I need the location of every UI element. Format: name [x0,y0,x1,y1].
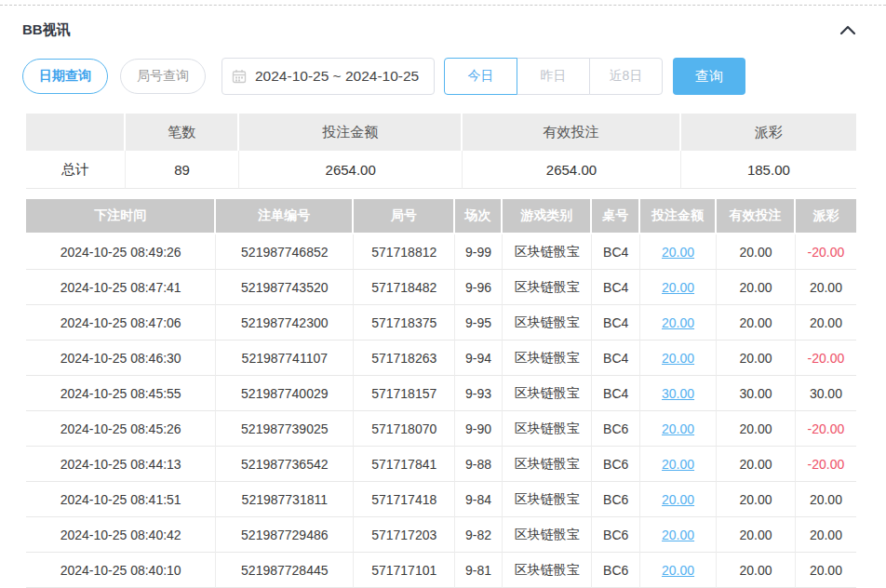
table-cell: 521987742300 [216,305,354,341]
page-title: BB视讯 [22,21,71,39]
bet-amount-link[interactable]: 30.00 [662,386,694,401]
summary-total-bet-amount: 2654.00 [239,151,463,189]
round-query-tab[interactable]: 局号查询 [120,59,206,94]
table-cell: 20.00 [640,517,717,553]
table-cell: 2024-10-25 08:47:06 [26,305,216,341]
table-cell: 20.00 [717,270,796,305]
table-cell: BC6 [592,482,640,517]
header-valid-bet: 有效投注 [717,199,796,234]
date-range-value: 2024-10-25 ~ 2024-10-25 [255,68,419,85]
table-cell: 571718482 [354,270,455,305]
table-cell: 571718070 [354,411,455,447]
table-cell: 20.00 [717,447,796,482]
table-cell: 2024-10-25 08:45:55 [26,376,216,411]
calendar-icon [232,69,247,84]
table-cell: 2024-10-25 08:45:26 [26,411,216,447]
bet-amount-link[interactable]: 20.00 [662,457,694,472]
table-cell: 区块链骰宝 [503,411,592,447]
table-cell: -20.00 [796,411,856,447]
table-cell: 521987736542 [216,447,354,482]
header-round-id: 局号 [354,199,455,234]
bet-amount-link[interactable]: 20.00 [662,351,694,366]
table-row: 2024-10-25 08:45:55521987740029571718157… [26,376,856,411]
table-cell: 20.00 [640,411,717,447]
date-range-input[interactable]: 2024-10-25 ~ 2024-10-25 [222,58,435,95]
table-cell: 571718263 [354,341,455,376]
table-cell: BC4 [592,234,640,270]
bet-amount-link[interactable]: 20.00 [662,280,694,295]
table-cell: BC6 [592,447,640,482]
table-cell: 2024-10-25 08:47:41 [26,270,216,305]
table-cell: 9-84 [455,482,503,517]
summary-header-bet-amount: 投注金额 [239,114,463,151]
table-cell: 571717101 [354,553,455,588]
bet-amount-link[interactable]: 20.00 [662,492,694,507]
quick-today-button[interactable]: 今日 [444,58,517,95]
table-cell: 20.00 [717,411,796,447]
table-row: 2024-10-25 08:40:42521987729486571717203… [26,517,856,553]
table-cell: BC4 [592,341,640,376]
table-cell: 20.00 [640,553,717,588]
quick-yesterday-button[interactable]: 昨日 [517,58,590,95]
table-cell: BC6 [592,517,640,553]
table-cell: 521987741107 [216,341,354,376]
summary-header-blank [26,114,126,151]
table-cell: 20.00 [717,517,796,553]
quick-last8-button[interactable]: 近8日 [589,58,663,95]
header-bet-time: 下注时间 [26,199,216,234]
bet-records-table: 下注时间 注单编号 局号 场次 游戏类别 桌号 投注金额 有效投注 派彩 202… [26,199,856,588]
table-row: 2024-10-25 08:49:26521987746852571718812… [26,234,856,270]
summary-total-label: 总计 [26,151,126,189]
table-cell: 9-90 [455,411,503,447]
table-row: 2024-10-25 08:40:10521987728445571717101… [26,553,856,588]
table-cell: 30.00 [717,376,796,411]
table-cell: 571718375 [354,305,455,341]
table-cell: 9-94 [455,341,503,376]
table-row: 2024-10-25 08:47:06521987742300571718375… [26,305,856,341]
table-cell: 20.00 [640,341,717,376]
table-cell: BC4 [592,376,640,411]
table-row: 2024-10-25 08:45:26521987739025571718070… [26,411,856,447]
table-cell: 区块链骰宝 [503,376,592,411]
collapse-button[interactable] [839,25,856,35]
bet-amount-link[interactable]: 20.00 [662,245,694,260]
table-cell: 571717841 [354,447,455,482]
table-cell: 9-96 [455,270,503,305]
chevron-up-icon [839,25,856,35]
table-cell: 571717418 [354,482,455,517]
table-cell: 521987740029 [216,376,354,411]
bet-amount-link[interactable]: 20.00 [662,315,694,330]
summary-table: 笔数 投注金额 有效投注 派彩 总计 89 2654.00 2654.00 18… [26,114,856,189]
table-cell: 9-82 [455,517,503,553]
filter-bar: 日期查询 局号查询 2024-10-25 ~ 2024-10-25 今日 [22,58,856,95]
table-cell: 20.00 [796,517,856,553]
bet-amount-link[interactable]: 20.00 [662,528,694,542]
date-query-tab[interactable]: 日期查询 [22,59,108,94]
table-cell: 9-95 [455,305,503,341]
summary-header-valid-bet: 有效投注 [463,114,681,151]
bet-table-body: 2024-10-25 08:49:26521987746852571718812… [26,234,856,588]
header-game-type: 游戏类别 [503,199,592,234]
table-row: 2024-10-25 08:47:41521987743520571718482… [26,270,856,305]
header-bet-amount: 投注金额 [640,199,717,234]
table-cell: 2024-10-25 08:46:30 [26,341,216,376]
summary-header-count: 笔数 [126,114,239,151]
table-cell: 20.00 [640,447,717,482]
table-cell: 20.00 [796,553,856,588]
table-row: 2024-10-25 08:44:13521987736542571717841… [26,447,856,482]
table-cell: 20.00 [640,234,717,270]
table-cell: 区块链骰宝 [503,553,592,588]
table-cell: 2024-10-25 08:41:51 [26,482,216,517]
table-header-row: 下注时间 注单编号 局号 场次 游戏类别 桌号 投注金额 有效投注 派彩 [26,199,856,234]
bet-amount-link[interactable]: 20.00 [662,421,694,436]
table-cell: 571717203 [354,517,455,553]
bet-amount-link[interactable]: 20.00 [662,563,694,578]
table-cell: 区块链骰宝 [503,270,592,305]
table-cell: -20.00 [796,447,856,482]
table-cell: BC4 [592,270,640,305]
table-cell: 2024-10-25 08:44:13 [26,447,216,482]
table-cell: 区块链骰宝 [503,517,592,553]
header-table-no: 桌号 [592,199,640,234]
table-cell: 20.00 [796,482,856,517]
search-button[interactable]: 查询 [673,58,745,95]
